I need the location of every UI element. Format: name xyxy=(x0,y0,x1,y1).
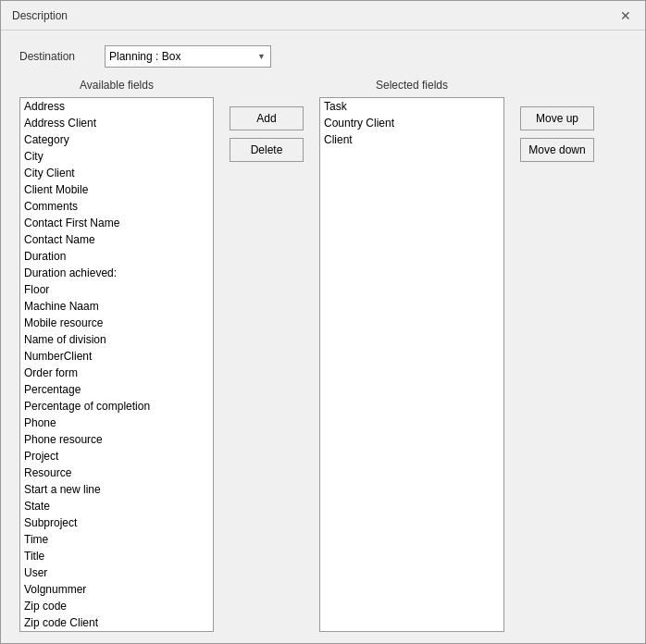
dialog-content: Destination Planning : BoxPlanning : Too… xyxy=(1,31,645,644)
delete-button[interactable]: Delete xyxy=(230,138,304,162)
available-field-item[interactable]: Volgnummer xyxy=(20,581,213,598)
dialog-title: Description xyxy=(12,9,68,22)
available-field-item[interactable]: Phone xyxy=(20,415,213,431)
available-field-item[interactable]: Time xyxy=(20,531,213,548)
right-buttons: Move up Move down xyxy=(516,79,599,632)
available-field-item[interactable]: NumberClient xyxy=(20,348,213,365)
available-field-item[interactable]: Contact First Name xyxy=(20,215,213,231)
selected-fields-label: Selected fields xyxy=(319,79,504,92)
move-up-button[interactable]: Move up xyxy=(520,106,594,130)
title-bar: Description ✕ xyxy=(1,1,645,31)
available-field-item[interactable]: City xyxy=(20,148,213,165)
available-field-item[interactable]: Phone resource xyxy=(20,431,213,448)
available-field-item[interactable]: Order form xyxy=(20,365,213,381)
available-field-item[interactable]: City Client xyxy=(20,165,213,181)
close-button[interactable]: ✕ xyxy=(617,7,634,24)
available-field-item[interactable]: Address Client xyxy=(20,115,213,131)
available-field-item[interactable]: State xyxy=(20,498,213,514)
available-field-item[interactable]: Name of division xyxy=(20,331,213,348)
available-field-item[interactable]: Resource xyxy=(20,464,213,481)
selected-field-item[interactable]: Client xyxy=(320,131,503,148)
add-button[interactable]: Add xyxy=(230,106,304,130)
selected-fields-listbox[interactable]: TaskCountry ClientClient xyxy=(319,97,504,632)
available-field-item[interactable]: Floor xyxy=(20,281,213,298)
available-field-item[interactable]: Machine Naam xyxy=(20,298,213,315)
available-field-item[interactable]: Zip code xyxy=(20,598,213,614)
available-field-item[interactable]: Category xyxy=(20,131,213,148)
available-fields-label: Available fields xyxy=(19,79,214,92)
destination-select[interactable]: Planning : BoxPlanning : TooltipTask : B… xyxy=(105,45,271,68)
available-field-item[interactable]: Start a new line xyxy=(20,481,213,498)
available-field-item[interactable]: Zip code Client xyxy=(20,614,213,631)
available-field-item[interactable]: Title xyxy=(20,548,213,564)
available-field-item[interactable]: Project xyxy=(20,448,213,464)
available-field-item[interactable]: Comments xyxy=(20,198,213,215)
available-field-item[interactable]: Address xyxy=(20,98,213,115)
selected-field-item[interactable]: Task xyxy=(320,98,503,115)
available-field-item[interactable]: Duration xyxy=(20,248,213,265)
fields-container: Available fields AddressAddress ClientCa… xyxy=(19,79,627,632)
available-field-item[interactable]: Mobile resource xyxy=(20,315,213,331)
move-down-button[interactable]: Move down xyxy=(520,138,594,162)
destination-select-wrapper: Planning : BoxPlanning : TooltipTask : B… xyxy=(105,45,271,68)
available-fields-listbox[interactable]: AddressAddress ClientCategoryCityCity Cl… xyxy=(19,97,214,632)
middle-buttons: Add Delete xyxy=(225,79,308,632)
destination-row: Destination Planning : BoxPlanning : Too… xyxy=(19,45,627,68)
destination-label: Destination xyxy=(19,50,93,63)
available-field-item[interactable]: Percentage of completion xyxy=(20,398,213,415)
available-field-item[interactable]: User xyxy=(20,564,213,581)
available-field-item[interactable]: Client Mobile xyxy=(20,181,213,198)
available-field-item[interactable]: Subproject xyxy=(20,514,213,531)
available-field-item[interactable]: Contact Name xyxy=(20,231,213,248)
selected-field-item[interactable]: Country Client xyxy=(320,115,503,131)
available-fields-panel: Available fields AddressAddress ClientCa… xyxy=(19,79,214,632)
available-field-item[interactable]: Duration achieved: xyxy=(20,265,213,281)
selected-fields-panel: Selected fields TaskCountry ClientClient xyxy=(319,79,504,632)
dialog: Description ✕ Destination Planning : Box… xyxy=(0,0,646,644)
available-field-item[interactable]: Percentage xyxy=(20,381,213,398)
